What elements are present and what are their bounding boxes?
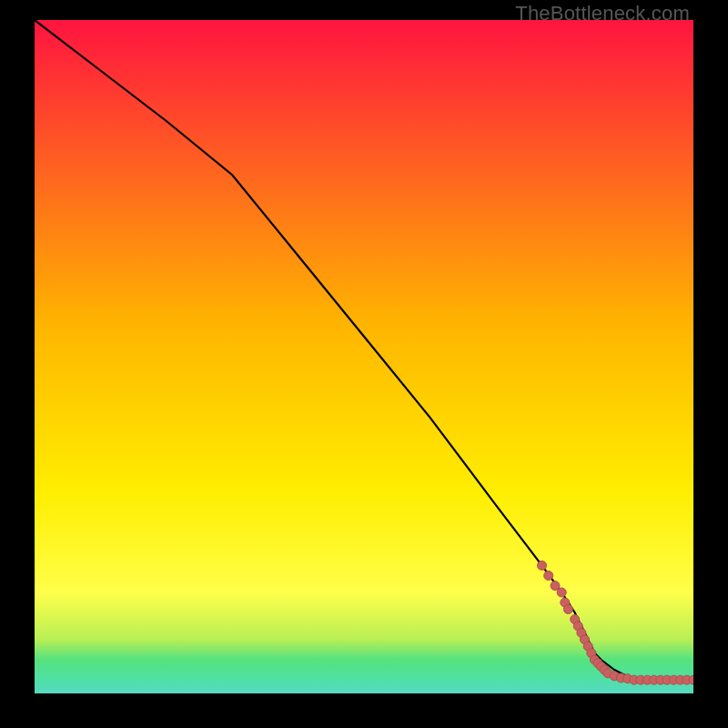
heatmap-background bbox=[35, 20, 693, 693]
data-point bbox=[563, 605, 572, 614]
data-point bbox=[538, 561, 547, 570]
data-point bbox=[544, 571, 553, 581]
data-point bbox=[557, 588, 566, 597]
chart-canvas bbox=[35, 20, 693, 693]
